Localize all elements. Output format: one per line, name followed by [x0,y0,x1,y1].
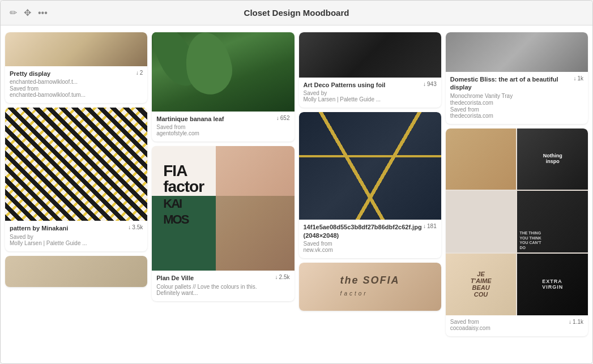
pin-bottom-col1[interactable] [5,256,147,287]
pin-meta: pattern by Minakani Saved by Molly Larse… [10,224,143,246]
saves-count: 2 [140,70,143,76]
cocoa-cell: THE THINGYOU THINKYOU CAN'TDO [517,191,588,252]
arrow-down-icon: ↓ [423,223,426,229]
saves-count: 1.1k [573,319,583,325]
pin-image [152,32,294,112]
pin-saved-by: Molly Larsen | Palette Guide ... [304,96,386,102]
cocoa-cell: EXTRAVIRGIN [517,254,588,315]
pin-saved-source: thedecorista.com [450,113,574,119]
pin-title: Domestic Bliss: the art of a beautiful d… [450,75,574,92]
arrow-down-icon: ↓ [569,319,571,325]
pin-saved-by: Molly Larsen | Palette Guide ... [10,240,87,246]
cocoa-cell [446,129,517,190]
pin-meta: Plan De Ville Colour pallets // Love the… [156,274,289,296]
pin-image [299,32,441,78]
pin-info: Martinique banana leaf Saved from agento… [152,112,294,142]
pin-pattern-minakani[interactable]: pattern by Minakani Saved by Molly Larse… [5,108,147,251]
column-2: Martinique banana leaf Saved from agento… [152,32,294,301]
pin-saved-source: new.vk.com [304,247,424,253]
pin-info: Domestic Bliss: the art of a beautiful d… [446,72,588,124]
pin-image: the SOFIAfactor [299,263,441,311]
plan-text-overlay: FIAfactorKAIMOS [163,163,204,226]
content-area: Pretty display enchanted-barnowlkloof.t.… [1,25,592,363]
pin-image: Nothinginspo THE THINGYOU THINKYOU CAN'T… [446,129,588,315]
pin-image [446,32,588,72]
pin-geometric-dark[interactable]: 14f1e5ae08d55c3b8df27b86dbf2c62f.jpg (20… [299,112,441,258]
pin-title: pattern by Minakani [10,224,87,232]
pin-info: pattern by Minakani Saved by Molly Larse… [5,221,147,251]
saves-count: 1k [577,75,583,82]
move-icon[interactable]: ✥ [24,7,31,18]
pin-saved-by-label: Saved by [10,234,87,240]
pin-meta: Art Deco Patterns using foil Saved by Mo… [304,81,437,103]
pin-text: Domestic Bliss: the art of a beautiful d… [450,75,574,119]
cocoa-cell [446,191,517,252]
page-title: Closet Design Moodboard [244,8,349,18]
pin-pretty-display[interactable]: Pretty display enchanted-barnowlkloof.t.… [5,32,147,103]
saves-count: 652 [280,115,290,121]
pin-saves: ↓ 1.1k [569,319,583,325]
arrow-down-icon: ↓ [573,75,576,82]
pin-sofia[interactable]: the SOFIAfactor [299,263,441,311]
column-4: Domestic Bliss: the art of a beautiful d… [446,32,588,336]
column-1: Pretty display enchanted-barnowlkloof.t.… [5,32,147,287]
app-window: ✏ ✥ ••• Closet Design Moodboard Pretty d… [0,0,593,364]
saves-count: 2.5k [279,274,290,280]
pin-banana-leaf[interactable]: Martinique banana leaf Saved from agento… [152,32,294,142]
pin-info: Pretty display enchanted-barnowlkloof.t.… [5,66,147,103]
toolbar-icons: ✏ ✥ ••• [10,7,48,18]
pin-meta: Pretty display enchanted-barnowlkloof.t.… [10,70,143,99]
saves-count: 181 [427,223,437,229]
pin-image [5,32,147,66]
cocoa-cell: Nothinginspo [517,129,588,190]
pin-saved-from-label: Saved from [450,106,574,113]
pin-description: Colour pallets // Love the colours in th… [156,284,275,296]
pin-info: Plan De Ville Colour pallets // Love the… [152,271,294,301]
pin-title: Martinique banana leaf [156,115,224,123]
pin-image: FIAfactorKAIMOS [152,146,294,271]
arrow-down-icon: ↓ [275,274,278,280]
pin-saved: Saved from [10,85,86,92]
pin-meta: Martinique banana leaf Saved from agento… [156,115,289,137]
pin-saved-from-label: Saved from [156,124,224,130]
pencil-icon[interactable]: ✏ [10,7,17,18]
pin-saves: ↓ 1k [573,75,583,82]
pin-saved-source: cocoadaisy.com [450,325,490,331]
pin-art-deco[interactable]: Art Deco Patterns using foil Saved by Mo… [299,32,441,108]
pin-cocoa-daisy[interactable]: Nothinginspo THE THINGYOU THINKYOU CAN'T… [446,129,588,336]
arrow-down-icon: ↓ [136,70,139,76]
arrow-down-icon: ↓ [276,115,279,121]
model-overlay [216,146,294,271]
pin-source-url: thedecorista.com [450,100,574,106]
pin-text: pattern by Minakani Saved by Molly Larse… [10,224,87,246]
pin-subtitle: Monochrome Vanity Tray [450,93,574,99]
arrow-down-icon: ↓ [128,224,131,230]
pin-saves: ↓ 3.5k [128,224,143,230]
pin-saves: ↓ 2.5k [275,274,290,280]
pin-text: Martinique banana leaf Saved from agento… [156,115,224,137]
pin-plan-de-ville[interactable]: FIAfactorKAIMOS Plan De Ville Colour pal… [152,146,294,301]
pin-title: Pretty display [10,70,86,78]
more-icon[interactable]: ••• [38,8,48,18]
pin-saved-source: enchanted-barnowlkloof.tum... [10,92,86,98]
saves-count: 943 [427,81,437,87]
pin-text: Saved from cocoadaisy.com [450,319,490,332]
pin-meta: Domestic Bliss: the art of a beautiful d… [450,75,583,119]
pin-saves: ↓ 181 [423,223,437,229]
pin-title: 14f1e5ae08d55c3b8df27b86dbf2c62f.jpg (20… [304,223,424,239]
arrow-down-icon: ↓ [423,81,426,87]
pin-domestic-bliss[interactable]: Domestic Bliss: the art of a beautiful d… [446,32,588,124]
pin-saved-from-label: Saved from [304,241,424,247]
column-3: Art Deco Patterns using foil Saved by Mo… [299,32,441,311]
cocoa-cell: JET'AIMEBEAUCOU [446,254,517,315]
pin-meta: 14f1e5ae08d55c3b8df27b86dbf2c62f.jpg (20… [304,223,437,254]
pin-text: Art Deco Patterns using foil Saved by Mo… [304,81,386,103]
pin-saved-from-label: Saved from [450,319,490,325]
pin-saves: ↓ 943 [423,81,437,87]
pin-saves: ↓ 652 [276,115,290,121]
pin-text: Pretty display enchanted-barnowlkloof.t.… [10,70,86,99]
masonry-grid: Pretty display enchanted-barnowlkloof.t.… [5,32,588,336]
pin-title: Plan De Ville [156,274,275,282]
pin-text: 14f1e5ae08d55c3b8df27b86dbf2c62f.jpg (20… [304,223,424,254]
pin-saves: ↓ 2 [136,70,143,76]
